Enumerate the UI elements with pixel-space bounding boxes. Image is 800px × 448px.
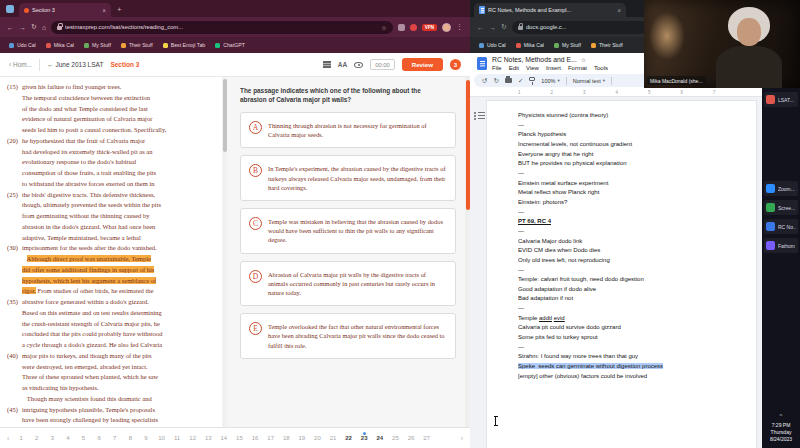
answer-option-E[interactable]: ETemple overlooked the fact that other n… xyxy=(240,313,456,359)
back-to-exam-link[interactable]: ← June 2013 LSAT xyxy=(47,61,103,68)
document-title[interactable]: RC Notes, Methods and E... xyxy=(492,56,577,63)
bookmark-item[interactable]: Best Emoji Tab xyxy=(163,42,206,48)
question-number-27[interactable]: 27 xyxy=(419,435,435,441)
bookmark-item[interactable]: Udo Cal xyxy=(479,42,506,48)
home-icon[interactable]: ⌂ xyxy=(42,24,46,31)
docs-icon[interactable] xyxy=(477,57,487,70)
tab-search-icon[interactable] xyxy=(6,5,14,13)
question-number-4[interactable]: 4 xyxy=(60,435,76,441)
undo-icon[interactable]: ↺ xyxy=(482,77,487,85)
timer[interactable]: 00:00 xyxy=(370,59,395,70)
scrollbar-thumb[interactable] xyxy=(466,80,470,210)
question-number-6[interactable]: 6 xyxy=(91,435,107,441)
left-active-tab[interactable]: Section 3 × xyxy=(19,3,111,17)
taskbar-item-rcno[interactable]: RC No... xyxy=(764,219,798,234)
flag-count-badge[interactable]: 3 xyxy=(450,59,461,70)
new-tab-button[interactable]: + xyxy=(117,5,122,14)
close-tab-icon[interactable]: × xyxy=(617,7,621,14)
refresh-icon[interactable]: ↻ xyxy=(31,23,37,31)
question-number-18[interactable]: 18 xyxy=(278,435,294,441)
back-icon[interactable]: ← xyxy=(7,24,14,31)
question-number-15[interactable]: 15 xyxy=(232,435,248,441)
redo-icon[interactable]: ↻ xyxy=(493,77,498,85)
bookmark-item[interactable]: Mika Cal xyxy=(516,42,544,48)
right-active-tab[interactable]: RC Notes, Methods and Exampl... × xyxy=(474,3,626,17)
profile-avatar[interactable] xyxy=(442,23,451,32)
line-reader-icon[interactable] xyxy=(323,61,331,62)
question-number-22[interactable]: 22 xyxy=(341,435,357,441)
menu-tools[interactable]: Tools xyxy=(594,65,608,71)
question-number-9[interactable]: 9 xyxy=(138,435,154,441)
answer-option-C[interactable]: CTemple was mistaken in believing that t… xyxy=(240,208,456,254)
spellcheck-icon[interactable]: ✓ xyxy=(518,77,523,85)
tray-expand-icon[interactable]: ^ xyxy=(762,413,800,419)
scrollbar-thumb[interactable] xyxy=(223,79,227,152)
menu-insert[interactable]: Insert xyxy=(546,65,561,71)
bookmark-item[interactable]: My Stuff xyxy=(554,42,581,48)
forward-icon[interactable]: → xyxy=(489,24,496,31)
paragraph-style-select[interactable]: Normal text▾ xyxy=(573,78,605,84)
taskbar-clock[interactable]: 7:29 PM Thursday 8/24/2023 xyxy=(762,422,800,443)
forward-icon[interactable]: → xyxy=(19,24,26,31)
star-icon[interactable]: ☆ xyxy=(581,56,586,63)
question-number-5[interactable]: 5 xyxy=(76,435,92,441)
next-questions-icon[interactable]: › xyxy=(457,435,467,442)
bookmark-star-icon[interactable]: ☆ xyxy=(381,24,386,31)
answer-option-A[interactable]: AThinning through abrasion is not necess… xyxy=(240,112,456,148)
text-size-icon[interactable]: AA xyxy=(338,61,347,68)
review-button[interactable]: Review xyxy=(402,58,443,71)
menu-edit[interactable]: Edit xyxy=(509,65,519,71)
browser-menu-icon[interactable]: ⋮ xyxy=(456,23,463,31)
question-number-20[interactable]: 20 xyxy=(310,435,326,441)
vpn-extension-icon[interactable]: VPN xyxy=(422,24,437,31)
home-link[interactable]: ‹ Hom... xyxy=(9,61,32,68)
bookmark-item[interactable]: ChatGPT xyxy=(215,42,245,48)
bookmark-item[interactable]: My Stuff xyxy=(84,42,111,48)
question-number-13[interactable]: 13 xyxy=(200,435,216,441)
question-number-1[interactable]: 1 xyxy=(13,435,29,441)
menu-view[interactable]: View xyxy=(526,65,539,71)
taskbar-item-scree[interactable]: Scree... xyxy=(764,200,798,215)
document-outline-icon[interactable] xyxy=(474,112,485,120)
paint-format-icon[interactable] xyxy=(529,77,535,81)
recorder-extension-icon[interactable] xyxy=(410,24,417,31)
bookmark-item[interactable]: Their Stuff xyxy=(121,42,153,48)
url-field[interactable]: testmaxprep.com/lsat/sections/reading_co… xyxy=(51,21,393,34)
bookmark-item[interactable]: Udo Cal xyxy=(9,42,36,48)
taskbar-item-zoom[interactable]: Zoom... xyxy=(764,181,798,196)
bookmark-item[interactable]: Mika Cal xyxy=(46,42,74,48)
question-number-21[interactable]: 21 xyxy=(325,435,341,441)
taskbar-item-lsat[interactable]: LSAT... xyxy=(764,92,798,107)
question-number-25[interactable]: 25 xyxy=(388,435,404,441)
menu-file[interactable]: File xyxy=(492,65,502,71)
eye-icon[interactable] xyxy=(354,62,363,68)
menu-format[interactable]: Format xyxy=(568,65,587,71)
question-number-14[interactable]: 14 xyxy=(216,435,232,441)
document-page[interactable]: Physicists stunned (contra theory)—Planc… xyxy=(486,100,757,448)
question-number-16[interactable]: 16 xyxy=(247,435,263,441)
extensions-icon[interactable] xyxy=(398,24,405,31)
bookmark-item[interactable]: Their Stuff xyxy=(591,42,623,48)
question-number-3[interactable]: 3 xyxy=(45,435,61,441)
question-number-24[interactable]: 24 xyxy=(372,435,388,441)
refresh-icon[interactable]: ↻ xyxy=(501,23,507,31)
question-number-12[interactable]: 12 xyxy=(185,435,201,441)
question-number-8[interactable]: 8 xyxy=(123,435,139,441)
question-number-7[interactable]: 7 xyxy=(107,435,123,441)
prev-questions-icon[interactable]: ‹ xyxy=(3,435,13,442)
back-icon[interactable]: ← xyxy=(477,24,484,31)
question-number-17[interactable]: 17 xyxy=(263,435,279,441)
question-number-10[interactable]: 10 xyxy=(154,435,170,441)
close-tab-icon[interactable]: × xyxy=(102,7,106,14)
question-number-2[interactable]: 2 xyxy=(29,435,45,441)
question-number-23[interactable]: 23 xyxy=(356,435,372,441)
taskbar-item-fathom[interactable]: Fathom xyxy=(764,238,798,253)
question-number-26[interactable]: 26 xyxy=(403,435,419,441)
print-icon[interactable] xyxy=(505,78,512,83)
zoom-select[interactable]: 100%▾ xyxy=(541,78,559,84)
question-number-19[interactable]: 19 xyxy=(294,435,310,441)
webcam-overlay[interactable]: Mika MacDonald (she... xyxy=(644,0,800,88)
answer-option-D[interactable]: DAbrasion of Calvaria major pit walls by… xyxy=(240,261,456,307)
answer-option-B[interactable]: BIn Temple's experiment, the abrasion ca… xyxy=(240,155,456,201)
question-number-11[interactable]: 11 xyxy=(169,435,185,441)
